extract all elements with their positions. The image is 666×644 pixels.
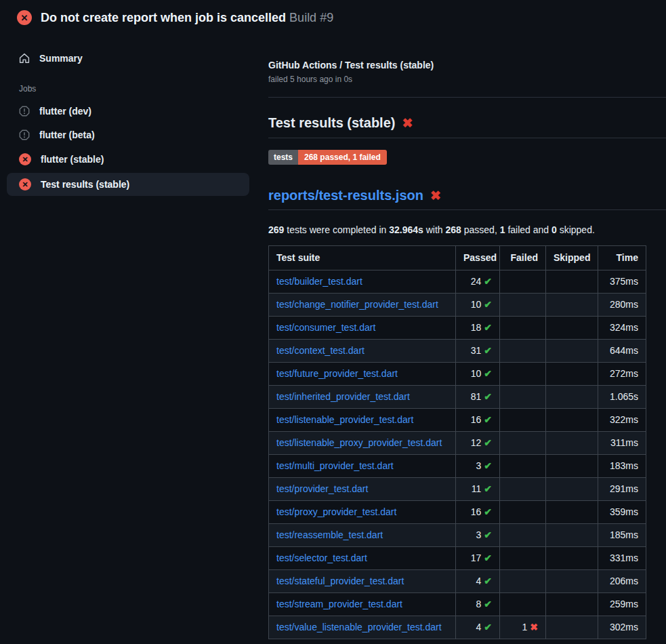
sidebar-item-flutter-beta[interactable]: flutter (beta) xyxy=(7,124,249,146)
failed-cell xyxy=(500,386,546,409)
test-suite-link[interactable]: test/listenable_provider_test.dart xyxy=(276,414,413,425)
check-icon: ✔ xyxy=(484,552,492,563)
time-cell: 375ms xyxy=(598,270,646,294)
table-row: test/future_provider_test.dart10✔272ms xyxy=(269,363,646,386)
time-cell: 291ms xyxy=(598,478,646,501)
skipped-cell xyxy=(546,593,598,616)
failed-cell xyxy=(500,317,546,340)
suite-cell: test/consumer_test.dart xyxy=(269,317,456,340)
table-row: test/value_listenable_provider_test.dart… xyxy=(269,616,646,639)
suite-cell: test/builder_test.dart xyxy=(269,270,456,294)
time-cell: 259ms xyxy=(598,593,646,616)
test-suite-link[interactable]: test/proxy_provider_test.dart xyxy=(276,506,396,517)
failed-cell xyxy=(500,524,546,547)
time-cell: 302ms xyxy=(598,616,646,639)
run-header: ✕ Do not create report when job is cance… xyxy=(0,0,666,34)
sidebar-item-summary[interactable]: Summary xyxy=(7,47,249,69)
test-suite-link[interactable]: test/listenable_proxy_provider_test.dart xyxy=(276,437,442,448)
skipped-cell xyxy=(546,363,598,386)
failed-cross-icon: ✖ xyxy=(430,189,441,202)
time-cell: 324ms xyxy=(598,317,646,340)
passed-cell: 12✔ xyxy=(456,432,500,455)
test-suite-link[interactable]: test/stateful_provider_test.dart xyxy=(276,576,404,586)
tests-badge: tests 268 passed, 1 failed xyxy=(268,150,387,165)
summary-segment: 32.964s xyxy=(389,224,423,235)
test-suite-link[interactable]: test/consumer_test.dart xyxy=(276,322,375,333)
sidebar-item-flutter-stable[interactable]: ✕ flutter (stable) xyxy=(7,148,249,171)
check-icon: ✔ xyxy=(484,414,492,425)
failed-cell xyxy=(500,363,546,386)
test-suite-link[interactable]: test/change_notifier_provider_test.dart xyxy=(276,299,438,310)
suite-cell: test/provider_test.dart xyxy=(269,478,456,501)
column-header-passed: Passed xyxy=(456,246,500,270)
time-cell: 280ms xyxy=(598,294,646,317)
cancelled-stop-icon xyxy=(19,129,30,140)
test-suite-link[interactable]: test/context_test.dart xyxy=(276,345,365,356)
suite-cell: test/future_provider_test.dart xyxy=(269,363,456,386)
summary-segment: 1 xyxy=(500,224,505,235)
table-row: test/inherited_provider_test.dart81✔1.06… xyxy=(269,386,646,409)
test-suite-link[interactable]: test/future_provider_test.dart xyxy=(276,368,398,379)
passed-cell: 8✔ xyxy=(456,593,500,616)
test-suite-link[interactable]: test/reassemble_test.dart xyxy=(276,529,383,540)
skipped-cell xyxy=(546,455,598,478)
skipped-cell xyxy=(546,340,598,363)
failed-cross-icon: ✖ xyxy=(402,117,413,129)
summary-segment: with xyxy=(423,224,446,235)
passed-cell: 3✔ xyxy=(456,524,500,547)
suite-cell: test/reassemble_test.dart xyxy=(269,524,456,547)
passed-cell: 18✔ xyxy=(456,317,500,340)
table-row: test/reassemble_test.dart3✔185ms xyxy=(269,524,646,547)
check-icon: ✔ xyxy=(484,576,492,586)
skipped-cell xyxy=(546,409,598,432)
test-suite-link[interactable]: test/provider_test.dart xyxy=(276,483,368,494)
test-suite-link[interactable]: test/stream_provider_test.dart xyxy=(276,599,402,609)
sidebar-item-label: Summary xyxy=(39,53,83,64)
suite-cell: test/value_listenable_provider_test.dart xyxy=(269,616,456,639)
passed-cell: 16✔ xyxy=(456,409,500,432)
test-suite-link[interactable]: test/inherited_provider_test.dart xyxy=(276,391,410,402)
check-icon: ✔ xyxy=(484,529,492,540)
test-suite-link[interactable]: test/builder_test.dart xyxy=(276,276,362,287)
check-icon: ✔ xyxy=(484,460,492,471)
summary-segment: 269 xyxy=(268,224,284,235)
sidebar: Summary Jobs flutter (dev) flutter (beta… xyxy=(0,34,268,198)
failed-cell xyxy=(500,547,546,570)
time-cell: 183ms xyxy=(598,455,646,478)
column-header-test-suite: Test suite xyxy=(269,246,456,270)
run-meta: failed 5 hours ago in 0s xyxy=(268,75,666,84)
passed-cell: 31✔ xyxy=(456,340,500,363)
summary-segment: 268 xyxy=(446,224,461,235)
failed-cell xyxy=(500,478,546,501)
suite-cell: test/inherited_provider_test.dart xyxy=(269,386,456,409)
table-row: test/listenable_provider_test.dart16✔322… xyxy=(269,409,646,432)
skipped-cell xyxy=(546,616,598,639)
suite-cell: test/stream_provider_test.dart xyxy=(269,593,456,616)
suite-cell: test/change_notifier_provider_test.dart xyxy=(269,294,456,317)
test-suite-link[interactable]: test/value_listenable_provider_test.dart xyxy=(276,622,442,632)
column-header-failed: Failed xyxy=(500,246,546,270)
failed-cell xyxy=(500,570,546,593)
skipped-cell xyxy=(546,386,598,409)
check-icon: ✔ xyxy=(484,391,492,402)
table-row: test/consumer_test.dart18✔324ms xyxy=(269,317,646,340)
failed-cell xyxy=(500,409,546,432)
home-icon xyxy=(19,53,30,64)
failed-x-circle-icon: ✕ xyxy=(19,178,31,190)
check-icon: ✔ xyxy=(484,276,492,287)
badge-value: 268 passed, 1 failed xyxy=(298,150,387,165)
column-header-time: Time xyxy=(598,246,646,270)
suite-cell: test/context_test.dart xyxy=(269,340,456,363)
check-icon: ✔ xyxy=(484,599,492,609)
test-suite-link[interactable]: test/selector_test.dart xyxy=(276,552,367,563)
failed-cell xyxy=(500,455,546,478)
suite-cell: test/multi_provider_test.dart xyxy=(269,455,456,478)
test-suite-link[interactable]: test/multi_provider_test.dart xyxy=(276,460,394,471)
failed-cell xyxy=(500,270,546,294)
report-file-link[interactable]: reports/test-results.json xyxy=(268,188,423,203)
test-results-table: Test suite Passed Failed Skipped Time te… xyxy=(268,245,646,639)
table-row: test/stream_provider_test.dart8✔259ms xyxy=(269,593,646,616)
sidebar-item-flutter-dev[interactable]: flutter (dev) xyxy=(7,100,249,122)
sidebar-item-test-results-stable[interactable]: ✕ Test results (stable) xyxy=(7,173,249,196)
passed-cell: 10✔ xyxy=(456,363,500,386)
